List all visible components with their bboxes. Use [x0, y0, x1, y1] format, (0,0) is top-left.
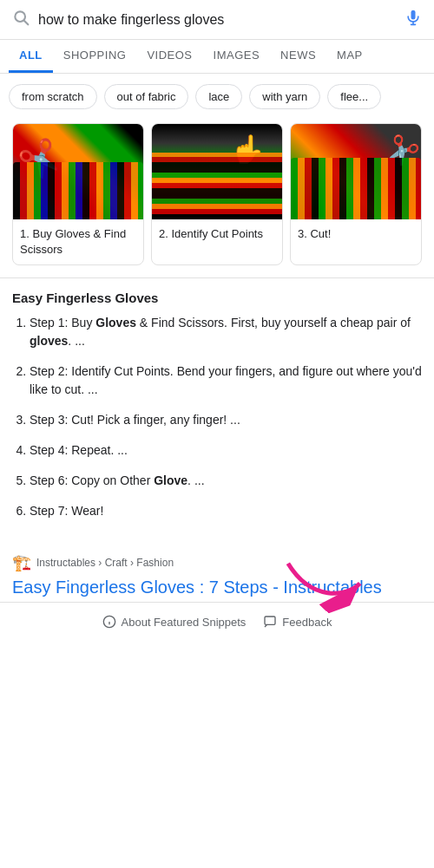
step-cards-container: ✂️ 1. Buy Gloves & Find Scissors 👆 2. Id… — [0, 120, 434, 277]
step-card-2[interactable]: 👆 2. Identify Cut Points — [151, 123, 283, 265]
about-featured-snippets[interactable]: About Featured Snippets — [102, 615, 247, 629]
featured-snippet: Easy Fingerless Gloves Step 1: Buy Glove… — [0, 277, 434, 545]
snippet-step-5: Step 6: Copy on Other Glove. ... — [30, 472, 422, 490]
search-bar — [0, 0, 434, 40]
chip-out-of-fabric[interactable]: out of fabric — [104, 84, 189, 109]
step-card-2-label: 2. Identify Cut Points — [152, 219, 282, 249]
step-card-3-image: ✂️ — [291, 124, 421, 219]
bottom-bar: About Featured Snippets Feedback — [0, 602, 434, 641]
snippet-step-2: Step 2: Identify Cut Points. Bend your f… — [30, 362, 422, 399]
svg-rect-2 — [411, 10, 416, 20]
info-icon — [102, 615, 116, 629]
tab-images[interactable]: IMAGES — [203, 40, 271, 73]
snippet-step-3: Step 3: Cut! Pick a finger, any finger! … — [30, 411, 422, 429]
tab-all[interactable]: ALL — [9, 40, 53, 73]
chip-from-scratch[interactable]: from scratch — [9, 84, 97, 109]
step-card-1-image: ✂️ — [13, 124, 143, 219]
tab-map[interactable]: MAP — [326, 40, 373, 73]
tabs-bar: ALL SHOPPING VIDEOS IMAGES NEWS MAP — [0, 40, 434, 74]
snippet-step-1: Step 1: Buy Gloves & Find Scissors. Firs… — [30, 314, 422, 350]
chip-with-yarn[interactable]: with yarn — [249, 84, 320, 109]
step-card-1[interactable]: ✂️ 1. Buy Gloves & Find Scissors — [12, 123, 144, 265]
step-card-1-label: 1. Buy Gloves & Find Scissors — [13, 219, 143, 264]
chip-lace[interactable]: lace — [195, 84, 242, 109]
source-breadcrumb-row: 🏗️ Instructables › Craft › Fashion — [0, 545, 434, 576]
source-emoji: 🏗️ — [12, 553, 31, 572]
step-card-2-image: 👆 — [152, 124, 282, 219]
snippet-step-4: Step 4: Repeat. ... — [30, 441, 422, 460]
svg-line-1 — [24, 21, 29, 25]
search-input[interactable] — [38, 12, 396, 28]
feedback-icon — [263, 615, 277, 629]
tab-news[interactable]: NEWS — [270, 40, 326, 73]
tab-videos[interactable]: VIDEOS — [136, 40, 202, 73]
feedback-label: Feedback — [282, 616, 332, 629]
source-breadcrumb: Instructables › Craft › Fashion — [36, 557, 174, 569]
svg-rect-9 — [265, 617, 275, 624]
snippet-step-6: Step 7: Wear! — [30, 502, 422, 520]
snippet-title: Easy Fingerless Gloves — [12, 290, 422, 305]
about-label: About Featured Snippets — [122, 616, 247, 629]
step-card-3[interactable]: ✂️ 3. Cut! — [290, 123, 422, 265]
step-card-3-label: 3. Cut! — [291, 219, 421, 249]
search-icon — [12, 9, 30, 30]
chip-flee[interactable]: flee... — [327, 84, 381, 109]
tab-shopping[interactable]: SHOPPING — [53, 40, 137, 73]
feedback-button[interactable]: Feedback — [263, 615, 332, 629]
filter-chips: from scratch out of fabric lace with yar… — [0, 74, 434, 120]
mic-icon[interactable] — [404, 9, 422, 30]
snippet-list: Step 1: Buy Gloves & Find Scissors. Firs… — [12, 314, 422, 520]
